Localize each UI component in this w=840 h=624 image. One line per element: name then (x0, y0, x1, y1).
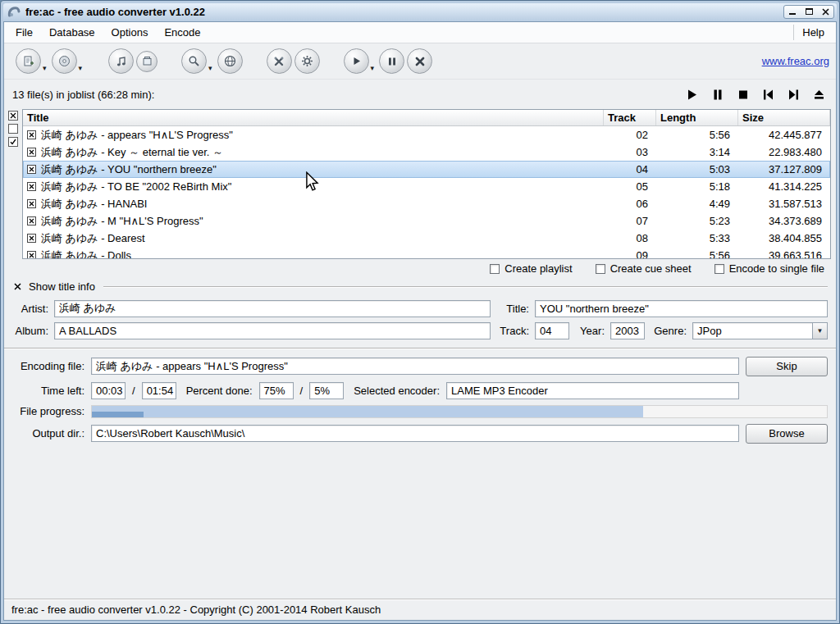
column-header-size[interactable]: Size (738, 110, 830, 125)
select-all-button[interactable] (8, 111, 18, 121)
track-checkbox[interactable] (27, 130, 36, 139)
cddb-query-button[interactable] (181, 48, 207, 74)
freac-website-link[interactable]: www.freac.org (762, 55, 829, 67)
column-header-track[interactable]: Track (604, 110, 656, 125)
menu-encode[interactable]: Encode (156, 22, 208, 43)
joblist-row[interactable]: 浜崎 あゆみ - HANABI 06 4:49 31.587.513 (23, 195, 830, 212)
create-playlist-checkbox[interactable] (490, 264, 500, 274)
cddb-web-button[interactable] (217, 48, 243, 74)
row-title-cell: 浜崎 あゆみ - HANABI (23, 197, 604, 212)
minimize-button[interactable] (784, 6, 801, 18)
add-files-dropdown-arrow[interactable]: ▾ (43, 64, 47, 72)
title-input[interactable] (535, 300, 828, 317)
title-label: Title: (496, 303, 529, 315)
add-audio-cd-button[interactable] (52, 48, 77, 74)
album-label: Album: (12, 325, 48, 337)
maximize-icon (806, 8, 813, 15)
output-dir-label: Output dir.: (12, 427, 84, 440)
track-size: 39.663.516 (738, 249, 830, 258)
selected-encoder-label: Selected encoder: (354, 385, 440, 397)
music-file-button[interactable] (108, 48, 134, 74)
maximize-button[interactable] (801, 6, 817, 18)
cddb-query-dropdown-arrow[interactable]: ▾ (208, 64, 212, 72)
row-title-cell: 浜崎 あゆみ - appears "H∧L'S Progress" (23, 128, 604, 143)
create-cue-sheet-checkbox[interactable] (596, 264, 605, 274)
bottom-spacer (4, 449, 836, 599)
track-checkbox[interactable] (27, 148, 36, 157)
track-checkbox[interactable] (27, 234, 36, 243)
track-size: 41.314.225 (738, 180, 830, 193)
output-dir-input[interactable] (91, 425, 739, 442)
menu-options[interactable]: Options (103, 22, 157, 43)
file-progress-fill (92, 412, 144, 417)
create-cue-sheet-option: Create cue sheet (596, 262, 692, 275)
add-files-button[interactable] (16, 48, 41, 74)
add-audio-cd-dropdown-arrow[interactable]: ▾ (79, 64, 83, 72)
row-title-cell: 浜崎 あゆみ - TO BE "2002 ReBirth Mix" (23, 180, 604, 194)
year-input[interactable] (610, 322, 645, 339)
time-total-value: 01:54 (142, 382, 176, 399)
general-settings-button[interactable] (294, 48, 320, 74)
cd-case-button[interactable] (136, 51, 158, 72)
encoding-file-label: Encoding file: (12, 360, 84, 372)
joblist-row[interactable]: 浜崎 あゆみ - YOU "northern breeze" 04 5:03 3… (23, 161, 830, 178)
artist-input[interactable] (54, 300, 491, 317)
toggle-selection-button[interactable] (8, 137, 18, 147)
artist-label: Artist: (12, 303, 48, 315)
column-header-length[interactable]: Length (656, 110, 738, 125)
play-button[interactable] (685, 89, 699, 101)
create-cue-sheet-label: Create cue sheet (610, 262, 692, 275)
joblist-row[interactable]: 浜崎 あゆみ - Dolls 09 5:56 39.663.516 (23, 247, 830, 258)
row-title-cell: 浜崎 あゆみ - M "H∧L'S Progress" (23, 214, 604, 229)
joblist-row[interactable]: 浜崎 あゆみ - appears "H∧L'S Progress" 02 5:5… (23, 126, 830, 143)
skip-button[interactable]: Skip (746, 357, 828, 376)
joblist-row[interactable]: 浜崎 あゆみ - Dearest 08 5:33 38.404.855 (23, 230, 830, 247)
genre-input[interactable] (692, 322, 812, 339)
eject-button[interactable] (812, 89, 826, 101)
track-checkbox[interactable] (27, 251, 36, 258)
menu-file[interactable]: File (7, 22, 41, 43)
browse-button[interactable]: Browse (746, 424, 828, 444)
start-encoding-dropdown-arrow[interactable]: ▾ (371, 64, 375, 72)
track-number: 08 (604, 232, 656, 244)
genre-dropdown-button[interactable]: ▼ (812, 322, 828, 339)
menu-database[interactable]: Database (41, 22, 103, 43)
hide-title-info-button[interactable] (12, 281, 23, 292)
pause-encoding-button[interactable] (379, 48, 404, 74)
app-window: fre:ac - free audio converter v1.0.22 Fi… (0, 0, 840, 624)
joblist-row[interactable]: 浜崎 あゆみ - Key ～ eternal tie ver. ～ 03 3:1… (23, 143, 830, 161)
stop-icon (738, 89, 748, 100)
year-label: Year: (575, 325, 605, 337)
track-checkbox[interactable] (27, 199, 36, 208)
start-encoding-button[interactable] (344, 48, 369, 74)
section-rule (103, 286, 828, 288)
menu-help[interactable]: Help (794, 22, 833, 43)
checked-x-icon (29, 201, 34, 207)
configure-encoder-button[interactable] (267, 48, 292, 74)
encode-single-file-checkbox[interactable] (714, 264, 724, 274)
next-button[interactable] (787, 89, 801, 101)
joblist-header: Title Track Length Size (23, 110, 830, 126)
album-input[interactable] (54, 322, 491, 339)
select-none-button[interactable] (8, 124, 18, 134)
track-checkbox[interactable] (27, 165, 36, 174)
pause-button[interactable] (710, 89, 724, 101)
add-files-icon (22, 55, 34, 67)
track-number: 04 (604, 163, 656, 175)
column-header-title[interactable]: Title (23, 110, 604, 125)
play-icon (687, 89, 697, 100)
joblist-row[interactable]: 浜崎 あゆみ - TO BE "2002 ReBirth Mix" 05 5:1… (23, 178, 830, 195)
pause-icon (713, 89, 723, 100)
stop-button[interactable] (736, 89, 750, 101)
track-checkbox[interactable] (27, 182, 36, 191)
time-left-value: 00:03 (91, 382, 126, 399)
track-checkbox[interactable] (27, 216, 36, 225)
gear-icon (301, 55, 313, 67)
stop-encoding-button[interactable] (407, 48, 432, 74)
joblist-row[interactable]: 浜崎 あゆみ - M "H∧L'S Progress" 07 5:23 34.3… (23, 212, 830, 230)
total-progress-fill (92, 406, 643, 417)
track-input[interactable] (535, 322, 569, 339)
checked-x-icon (29, 166, 34, 172)
previous-button[interactable] (761, 89, 775, 101)
close-button[interactable] (817, 6, 833, 18)
